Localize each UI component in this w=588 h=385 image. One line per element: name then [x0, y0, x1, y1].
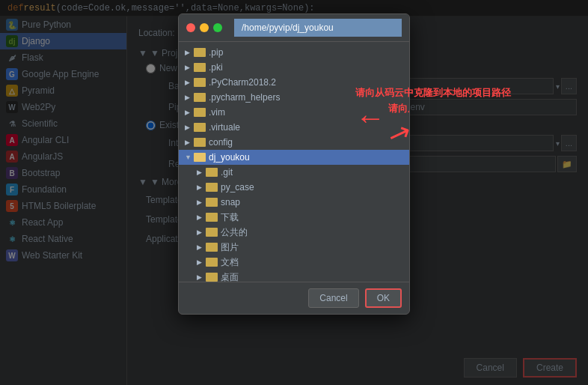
tree-item-documents[interactable]: ▶ 文档 [179, 255, 409, 270]
tree-label-pip: .pip [209, 47, 223, 58]
tree-item-git[interactable]: ▶ .git [179, 165, 409, 180]
tree-label-virtualenvs: .virtuale [209, 122, 240, 133]
tree-arrow-pip: ▶ [185, 49, 194, 56]
tree-item-desktop[interactable]: ▶ 桌面 [179, 270, 409, 282]
tree-arrow-dj-youkou: ▼ [185, 154, 194, 161]
folder-icon-public [206, 228, 218, 237]
tree-arrow-pki: ▶ [185, 64, 194, 71]
folder-icon-dj-youkou [194, 153, 206, 162]
modal-ok-button[interactable]: OK [365, 288, 402, 308]
folder-icon-git [206, 168, 218, 177]
tree-label-downloads: 下载 [221, 211, 239, 224]
folder-icon-vim [194, 108, 206, 117]
tree-item-dj-youkou[interactable]: ▼ dj_youkou [179, 150, 409, 165]
close-button-icon[interactable] [186, 23, 195, 32]
tree-label-public: 公共的 [221, 226, 248, 239]
folder-icon-pki [194, 63, 206, 72]
folder-icon-virtualenvs [194, 123, 206, 132]
tree-label-config: config [209, 137, 233, 148]
tree-arrow-vim: ▶ [185, 109, 194, 116]
tree-arrow-desktop: ▶ [197, 273, 206, 281]
tree-arrow-git: ▶ [197, 169, 206, 176]
modal-content-area: ▶ .pip ▶ .pki ▶ .PyCharm2018.2 ▶ [179, 42, 409, 282]
file-tree: ▶ .pip ▶ .pki ▶ .PyCharm2018.2 ▶ [179, 42, 409, 282]
tree-arrow-pictures: ▶ [197, 243, 206, 251]
minimize-button-icon[interactable] [200, 23, 209, 32]
folder-icon-downloads [206, 213, 218, 222]
tree-item-pictures[interactable]: ▶ 图片 [179, 240, 409, 255]
tree-arrow-virtualenvs: ▶ [185, 124, 194, 131]
modal-path-display: /home/pyvip/dj_youkou [234, 19, 402, 37]
folder-icon-pictures [206, 243, 218, 252]
tree-arrow-snap: ▶ [197, 198, 206, 206]
tree-label-py-case: py_case [221, 182, 254, 192]
modal-footer: Cancel OK [179, 282, 409, 314]
tree-label-pki: .pki [209, 62, 223, 73]
tree-item-config[interactable]: ▶ config [179, 135, 409, 150]
folder-icon-documents [206, 258, 218, 267]
tree-arrow-config: ▶ [185, 139, 194, 146]
tree-item-downloads[interactable]: ▶ 下载 [179, 210, 409, 225]
maximize-button-icon[interactable] [213, 23, 222, 32]
tree-item-pki[interactable]: ▶ .pki [179, 60, 409, 75]
tree-label-snap: snap [221, 197, 240, 207]
modal-titlebar: /home/pyvip/dj_youkou [179, 14, 409, 42]
tree-item-py-case[interactable]: ▶ py_case [179, 180, 409, 195]
folder-icon-desktop [206, 273, 218, 282]
tree-arrow-pycharm2018: ▶ [185, 79, 194, 86]
tree-item-vim[interactable]: ▶ .vim [179, 105, 409, 120]
folder-icon-snap [206, 198, 218, 207]
modal-cancel-button[interactable]: Cancel [308, 288, 358, 308]
folder-icon-pycharm-helpers [194, 93, 206, 102]
file-chooser-modal: /home/pyvip/dj_youkou ▶ .pip ▶ .pki ▶ [178, 13, 410, 315]
tree-label-documents: 文档 [221, 256, 239, 269]
modal-overlay: /home/pyvip/dj_youkou ▶ .pip ▶ .pki ▶ [0, 0, 588, 385]
tree-label-desktop: 桌面 [221, 271, 239, 282]
folder-icon-pycharm2018 [194, 78, 206, 87]
folder-icon-config [194, 138, 206, 147]
tree-label-pictures: 图片 [221, 241, 239, 254]
tree-item-pip[interactable]: ▶ .pip [179, 45, 409, 60]
tree-arrow-pycharm-helpers: ▶ [185, 94, 194, 101]
tree-arrow-public: ▶ [197, 228, 206, 236]
tree-label-vim: .vim [209, 107, 225, 118]
tree-label-git: .git [221, 167, 233, 178]
tree-arrow-documents: ▶ [197, 258, 206, 266]
tree-item-pycharm2018[interactable]: ▶ .PyCharm2018.2 [179, 75, 409, 90]
tree-item-snap[interactable]: ▶ snap [179, 195, 409, 210]
folder-icon-pip [194, 48, 206, 57]
tree-arrow-downloads: ▶ [197, 213, 206, 221]
tree-item-virtualenvs[interactable]: ▶ .virtuale [179, 120, 409, 135]
tree-item-pycharm-helpers[interactable]: ▶ .pycharm_helpers [179, 90, 409, 105]
tree-item-public[interactable]: ▶ 公共的 [179, 225, 409, 240]
folder-icon-py-case [206, 183, 218, 192]
tree-label-pycharm-helpers: .pycharm_helpers [209, 92, 280, 103]
tree-arrow-py-case: ▶ [197, 184, 206, 191]
tree-label-dj-youkou: dj_youkou [209, 152, 250, 163]
tree-label-pycharm2018: .PyCharm2018.2 [209, 77, 276, 88]
